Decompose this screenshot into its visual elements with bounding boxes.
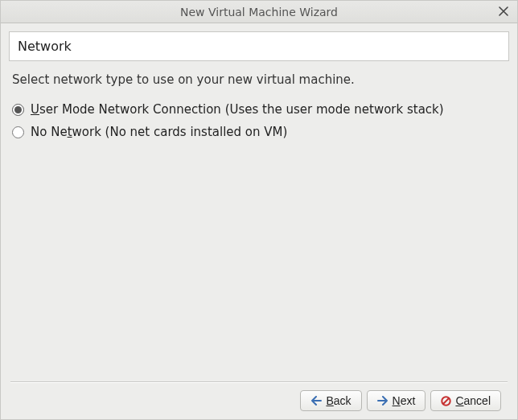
radio-user-mode-label: User Mode Network Connection (Uses the u… — [31, 102, 444, 117]
cancel-button[interactable]: Cancel — [430, 390, 501, 411]
next-button[interactable]: Next — [367, 390, 426, 411]
svg-line-1 — [443, 398, 449, 404]
cancel-icon — [441, 396, 451, 406]
cancel-button-label: Cancel — [455, 394, 491, 407]
page-title: Network — [9, 31, 509, 61]
radio-user-mode[interactable]: User Mode Network Connection (Uses the u… — [12, 98, 506, 121]
back-button-label: Back — [326, 394, 351, 407]
radio-no-network[interactable]: No Network (No net cards installed on VM… — [12, 121, 506, 143]
arrow-right-icon — [377, 396, 388, 406]
page-description: Select network type to use on your new v… — [9, 72, 509, 98]
radio-user-mode-input[interactable] — [12, 104, 24, 116]
wizard-window: New Virtual Machine Wizard Network Selec… — [0, 0, 518, 420]
back-button[interactable]: Back — [300, 390, 361, 411]
window-title: New Virtual Machine Wizard — [180, 6, 338, 19]
radio-no-network-input[interactable] — [12, 126, 24, 138]
radio-no-network-label: No Network (No net cards installed on VM… — [31, 125, 287, 139]
titlebar: New Virtual Machine Wizard — [1, 1, 517, 23]
next-button-label: Next — [393, 394, 416, 407]
arrow-left-icon — [310, 396, 322, 406]
network-type-group: User Mode Network Connection (Uses the u… — [9, 98, 509, 143]
button-bar: Back Next Cancel — [9, 382, 509, 419]
close-icon[interactable] — [496, 4, 511, 19]
spacer — [9, 143, 509, 381]
content-area: Network Select network type to use on yo… — [1, 23, 517, 419]
